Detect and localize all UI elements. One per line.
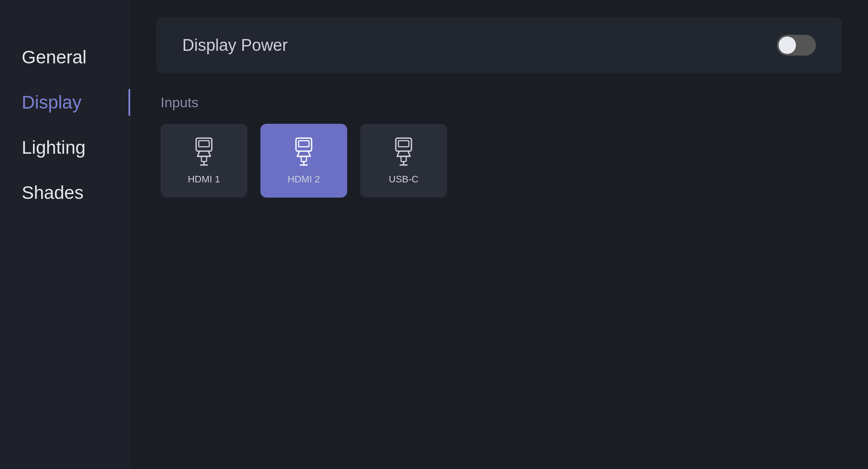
usbc-icon [391,136,417,167]
svg-rect-6 [299,141,309,147]
inputs-grid: HDMI 1 HDMI 2 [161,124,838,198]
input-card-usbc[interactable]: USB-C [360,124,447,198]
sidebar-item-label-lighting: Lighting [22,137,85,158]
inputs-label: Inputs [161,95,838,111]
sidebar-item-shades[interactable]: Shades [0,170,130,215]
input-card-label-usbc: USB-C [389,174,418,185]
svg-rect-12 [401,156,406,162]
sidebar-item-display[interactable]: Display [0,80,130,125]
input-card-label-hdmi2: HDMI 2 [288,174,320,185]
sidebar-item-label-display: Display [22,92,82,112]
sidebar: General Display Lighting Shades [0,0,130,469]
hdmi-icon-2 [291,136,317,167]
svg-rect-2 [201,156,207,162]
sidebar-item-lighting[interactable]: Lighting [0,125,130,170]
input-card-label-hdmi1: HDMI 1 [188,174,220,185]
input-card-hdmi2[interactable]: HDMI 2 [260,124,347,198]
svg-rect-11 [398,141,409,147]
sidebar-item-label-general: General [22,47,86,67]
inputs-section: Inputs HDMI 1 [156,95,842,198]
toggle-knob [779,36,796,54]
display-power-toggle[interactable] [777,35,816,56]
display-power-bar: Display Power [156,17,842,73]
sidebar-item-label-shades: Shades [22,182,83,203]
svg-rect-1 [199,141,209,147]
sidebar-item-general[interactable]: General [0,35,130,80]
main-content: Display Power Inputs HDMI 1 [130,0,868,469]
hdmi-icon-1 [191,136,217,167]
display-power-label: Display Power [182,36,288,55]
svg-rect-7 [301,156,306,162]
input-card-hdmi1[interactable]: HDMI 1 [161,124,247,198]
